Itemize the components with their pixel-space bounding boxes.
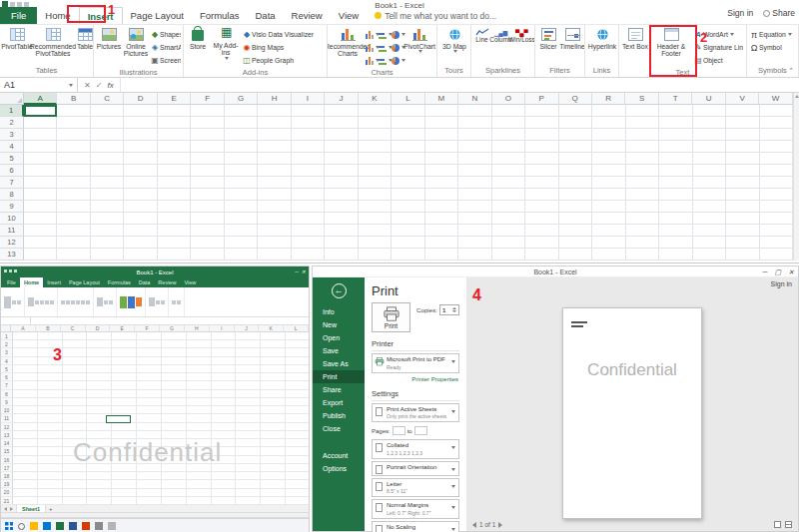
mini-row-header[interactable]: 7 (1, 381, 13, 389)
mini-column-header[interactable]: B (36, 325, 61, 331)
mini-column-header[interactable]: I (210, 325, 235, 331)
printer-properties-link[interactable]: Printer Properties (373, 376, 458, 382)
insert-function-icon[interactable]: fx (107, 81, 113, 90)
sidebar-item-save-as[interactable]: Save As (313, 357, 365, 370)
column-header[interactable]: P (525, 93, 558, 105)
column-header[interactable]: D (124, 93, 157, 105)
paper-size-selector[interactable]: Letter 8.5" x 11" (372, 478, 459, 498)
winloss-sparkline-button[interactable]: ▀▄▀Win/Loss (511, 26, 532, 44)
mini-tab-formulas[interactable]: Formulas (104, 277, 135, 287)
spin-down-icon[interactable] (452, 310, 456, 312)
sheet-tab[interactable]: Sheet1 (16, 505, 46, 512)
print-button[interactable]: Print (372, 302, 410, 332)
mini-column-header[interactable]: K (259, 325, 284, 331)
tab-view[interactable]: View (331, 7, 367, 24)
start-button-icon[interactable] (5, 522, 13, 530)
pictures-button[interactable]: Pictures (96, 26, 122, 50)
column-header[interactable]: F (191, 93, 224, 105)
zoom-to-page-icon[interactable] (785, 521, 792, 528)
3d-map-button[interactable]: 3D Map (439, 26, 469, 53)
pages-to-input[interactable] (414, 426, 427, 435)
mini-row-header[interactable]: 13 (1, 431, 13, 439)
mini-row-header[interactable]: 18 (1, 472, 13, 480)
mini-column-header[interactable]: A (11, 325, 36, 331)
sidebar-item-close[interactable]: Close (313, 422, 365, 435)
column-header[interactable]: O (492, 93, 525, 105)
sign-in-link[interactable]: Sign in (771, 280, 792, 287)
mini-row-header[interactable]: 5 (1, 365, 13, 373)
column-header[interactable]: R (592, 93, 625, 105)
people-graph-button[interactable]: ◫People Graph (242, 54, 325, 67)
column-header[interactable]: L (392, 93, 424, 105)
tab-review[interactable]: Review (284, 7, 331, 24)
spin-up-icon[interactable] (452, 307, 456, 309)
row-header[interactable]: 13 (0, 249, 24, 261)
selected-cell-a1[interactable] (24, 105, 57, 117)
scaling-selector[interactable]: No Scaling Print sheets at their actual … (372, 521, 459, 532)
mini-column-header[interactable]: L (284, 325, 309, 331)
insert-scatter-chart-icon[interactable] (392, 41, 404, 54)
sidebar-item-info[interactable]: Info (313, 305, 365, 318)
spreadsheet-grid[interactable] (24, 105, 793, 261)
collapse-ribbon-icon[interactable]: ⌃ (788, 67, 794, 75)
prev-page-icon[interactable] (472, 522, 476, 528)
insert-line-chart-icon[interactable] (379, 28, 392, 41)
select-all-corner[interactable] (0, 93, 24, 105)
mini-name-box[interactable] (1, 317, 31, 324)
taskbar-app-icon[interactable] (108, 522, 116, 530)
mini-row-header[interactable]: 3 (1, 348, 13, 356)
row-header[interactable]: 12 (0, 237, 24, 249)
column-header[interactable]: E (158, 93, 191, 105)
copies-stepper[interactable]: 1 (439, 304, 459, 315)
sidebar-item-save[interactable]: Save (313, 344, 365, 357)
taskbar-word-icon[interactable] (69, 522, 77, 530)
online-pictures-button[interactable]: Online Pictures (122, 26, 150, 58)
mini-column-header[interactable]: C (61, 325, 86, 331)
mini-column-header[interactable]: F (135, 325, 160, 331)
insert-hierarchy-chart-icon[interactable] (366, 54, 379, 67)
tab-home[interactable]: Home (37, 7, 78, 24)
mini-tab-view[interactable]: View (180, 277, 200, 287)
row-header[interactable]: 9 (0, 201, 24, 213)
vertical-scrollbar[interactable] (793, 93, 799, 261)
mini-tab-data[interactable]: Data (135, 277, 155, 287)
mini-row-header[interactable]: 20 (1, 488, 13, 496)
hyperlink-button[interactable]: Hyperlink (587, 26, 617, 50)
symbol-button[interactable]: ΩSymbol (749, 41, 792, 54)
back-button[interactable]: ← (332, 283, 347, 298)
line-sparkline-button[interactable]: Line (473, 26, 490, 44)
mini-row-header[interactable]: 19 (1, 480, 13, 488)
printer-selector[interactable]: Microsoft Print to PDF Ready (372, 353, 459, 373)
pages-from-input[interactable] (393, 426, 405, 435)
recommended-pivottables-button[interactable]: Recommended PivotTables (32, 26, 74, 58)
row-header[interactable]: 1 (0, 105, 24, 117)
row-header[interactable]: 4 (0, 141, 24, 153)
mini-row-header[interactable]: 8 (1, 390, 13, 398)
text-box-button[interactable]: Text Box (621, 26, 649, 50)
mini-column-header[interactable]: J (235, 325, 260, 331)
search-icon[interactable] (18, 523, 25, 530)
prev-sheet-icon[interactable] (4, 507, 7, 511)
row-header[interactable]: 5 (0, 153, 24, 165)
cancel-icon[interactable]: ✕ (84, 81, 91, 90)
object-button[interactable]: ▤Object (693, 54, 743, 67)
row-header[interactable]: 10 (0, 213, 24, 225)
mini-row-header[interactable]: 2 (1, 340, 13, 348)
insert-combo-chart-icon[interactable] (392, 54, 404, 67)
header-footer-button[interactable]: Header & Footer (649, 26, 693, 58)
store-button[interactable]: Store (186, 26, 210, 50)
orientation-selector[interactable]: Portrait Orientation (372, 461, 459, 476)
screenshot-button[interactable]: ▣Screenshot (150, 54, 181, 67)
mini-select-all-corner[interactable] (1, 325, 11, 331)
my-addins-button[interactable]: ▦My Add-ins (210, 26, 242, 60)
tab-insert[interactable]: Insert (79, 7, 123, 24)
collation-selector[interactable]: Collated 1,2,3 1,2,3 1,2,3 (372, 439, 459, 459)
mini-row-header[interactable]: 16 (1, 456, 13, 464)
column-header[interactable]: T (659, 93, 692, 105)
name-box[interactable]: A1 (0, 78, 78, 92)
mini-column-header[interactable]: E (110, 325, 135, 331)
slicer-button[interactable]: Slicer (537, 26, 559, 50)
mini-tab-review[interactable]: Review (154, 277, 180, 287)
column-header[interactable]: Q (559, 93, 592, 105)
mini-row-header[interactable]: 4 (1, 357, 13, 365)
